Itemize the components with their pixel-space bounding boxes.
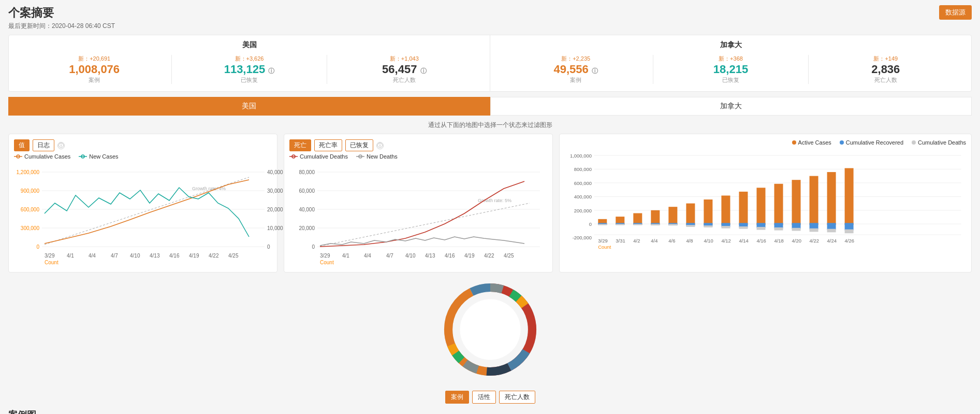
svg-text:60,000: 60,000 <box>299 188 315 194</box>
svg-text:4/6: 4/6 <box>668 238 675 244</box>
donut-container: Total: 1,008,076 案例 活性 死亡人数 <box>444 283 537 404</box>
svg-text:3/29: 3/29 <box>45 253 55 259</box>
svg-rect-94 <box>721 226 730 229</box>
canada-title: 加拿大 <box>499 40 963 50</box>
donut-section: Total: 1,008,076 案例 活性 死亡人数 <box>8 278 972 404</box>
donut-tab-cases[interactable]: 案例 <box>445 391 469 404</box>
svg-rect-110 <box>827 172 836 225</box>
svg-text:4/19: 4/19 <box>189 253 199 259</box>
info-icon-deaths[interactable]: ⓘ <box>376 142 384 149</box>
canada-cases-new: 新：+2,235 <box>503 55 649 63</box>
tab-value[interactable]: 值 <box>14 139 30 151</box>
svg-text:4/22: 4/22 <box>810 238 819 244</box>
svg-rect-76 <box>616 224 624 225</box>
tab-deaths[interactable]: 死亡 <box>289 139 311 151</box>
svg-text:30,000: 30,000 <box>267 188 283 194</box>
svg-text:Count: Count <box>598 244 611 250</box>
tab-canada[interactable]: 加拿大 <box>490 97 972 116</box>
svg-text:4/19: 4/19 <box>464 253 475 259</box>
tab-usa[interactable]: 美国 <box>8 97 490 116</box>
svg-text:4/7: 4/7 <box>111 253 118 259</box>
svg-rect-89 <box>704 199 712 225</box>
svg-text:600,000: 600,000 <box>574 180 592 186</box>
svg-text:0: 0 <box>267 244 270 250</box>
svg-rect-115 <box>845 230 854 234</box>
bottom-section-label: 案例图 <box>8 409 972 414</box>
usa-deaths-new: 新：+1,043 <box>331 55 477 63</box>
svg-rect-113 <box>845 168 854 225</box>
svg-text:4/7: 4/7 <box>386 253 393 259</box>
svg-text:4/1: 4/1 <box>342 253 349 259</box>
svg-rect-85 <box>668 224 677 225</box>
page: 个案摘要 最后更新时间：2020-04-28 06:40 CST 数据源 美国 … <box>0 0 980 414</box>
svg-point-140 <box>460 299 520 360</box>
svg-text:1,200,000: 1,200,000 <box>17 169 40 175</box>
usa-deaths-stat: 新：+1,043 56,457 ⓘ 死亡人数 <box>327 53 481 86</box>
svg-text:4/25: 4/25 <box>504 253 514 259</box>
legend-cumulative-cases-label: Cumulative Cases <box>24 153 70 160</box>
info-icon[interactable]: ⓘ <box>57 142 65 149</box>
donut-tab-deaths[interactable]: 死亡人数 <box>499 391 535 404</box>
stacked-chart-panel: Active Cases Cumulative Recovered Cumula… <box>559 134 972 273</box>
svg-text:600,000: 600,000 <box>21 207 40 212</box>
cases-chart-svg: 1,200,000 900,000 600,000 300,000 0 40,0… <box>14 162 272 265</box>
svg-text:900,000: 900,000 <box>21 188 40 194</box>
svg-text:4/22: 4/22 <box>209 253 219 259</box>
legend-active-label: Active Cases <box>798 139 831 146</box>
canada-cases-stat: 新：+2,235 49,556 ⓘ 案例 <box>499 53 653 86</box>
canada-deaths-label: 死亡人数 <box>813 76 959 84</box>
tab-log[interactable]: 日志 <box>33 139 54 151</box>
svg-text:Growth rate: 4%: Growth rate: 4% <box>192 186 226 191</box>
svg-rect-100 <box>756 227 765 230</box>
svg-rect-103 <box>774 227 783 231</box>
donut-svg <box>444 283 537 376</box>
svg-text:4/13: 4/13 <box>150 253 160 259</box>
svg-text:4/4: 4/4 <box>364 253 371 259</box>
svg-text:3/29: 3/29 <box>598 238 607 244</box>
tab-death-rate[interactable]: 死亡率 <box>314 139 342 151</box>
legend-new-deaths: New Deaths <box>356 153 398 160</box>
svg-text:1,000,000: 1,000,000 <box>570 153 592 159</box>
svg-text:4/2: 4/2 <box>633 238 640 244</box>
legend-cumulative-deaths-label: Cumulative Deaths <box>300 153 348 160</box>
tab-recovered[interactable]: 已恢复 <box>345 139 373 151</box>
svg-text:3/31: 3/31 <box>616 238 625 244</box>
svg-text:0: 0 <box>312 244 315 250</box>
svg-rect-112 <box>827 229 836 233</box>
svg-rect-95 <box>739 192 748 225</box>
svg-text:400,000: 400,000 <box>574 194 592 199</box>
deaths-legend: Cumulative Deaths New Deaths <box>289 153 547 160</box>
svg-text:0: 0 <box>36 244 39 250</box>
deaths-chart-panel: 死亡 死亡率 已恢复 ⓘ Cumulative Deaths New Death… <box>284 134 553 273</box>
svg-text:Growth rate: 5%: Growth rate: 5% <box>478 198 511 203</box>
svg-text:4/22: 4/22 <box>484 253 494 259</box>
canada-recovered-new: 新：+368 <box>657 55 803 63</box>
canada-deaths-value: 2,836 <box>813 63 959 76</box>
usa-recovered-value: 113,125 ⓘ <box>176 63 322 76</box>
svg-text:4/8: 4/8 <box>686 238 693 244</box>
legend-cumulative-deaths: Cumulative Deaths <box>289 153 348 160</box>
legend-cumulative-deaths-bar: Cumulative Deaths <box>912 139 966 146</box>
svg-text:20,000: 20,000 <box>299 225 315 231</box>
legend-recovered-label: Cumulative Recovered <box>846 139 903 146</box>
donut-tab-active[interactable]: 活性 <box>472 391 496 404</box>
legend-new-deaths-label: New Deaths <box>367 153 398 160</box>
svg-text:4/12: 4/12 <box>721 238 730 244</box>
usa-cases-stat: 新：+20,691 1,008,076 案例 <box>17 53 171 86</box>
usa-recovered-label: 已恢复 <box>176 76 322 84</box>
svg-rect-109 <box>810 229 818 232</box>
usa-cases-new: 新：+20,691 <box>21 55 167 63</box>
cases-chart-panel: 值 日志 ⓘ Cumulative Cases New Cases <box>8 134 277 273</box>
svg-rect-107 <box>810 176 818 225</box>
canada-stats-group: 新：+2,235 49,556 ⓘ 案例 新：+368 18,215 已恢复 <box>499 53 963 86</box>
usa-recovered-new: 新：+3,626 <box>176 55 322 63</box>
data-source-button[interactable]: 数据源 <box>939 5 972 20</box>
svg-text:4/4: 4/4 <box>651 238 657 244</box>
svg-rect-91 <box>704 225 712 227</box>
svg-text:4/24: 4/24 <box>827 238 837 244</box>
canada-cases-value: 49,556 ⓘ <box>503 63 649 76</box>
svg-text:4/26: 4/26 <box>845 238 854 244</box>
svg-text:0: 0 <box>589 221 592 227</box>
svg-text:40,000: 40,000 <box>299 207 315 212</box>
svg-text:300,000: 300,000 <box>21 225 40 231</box>
